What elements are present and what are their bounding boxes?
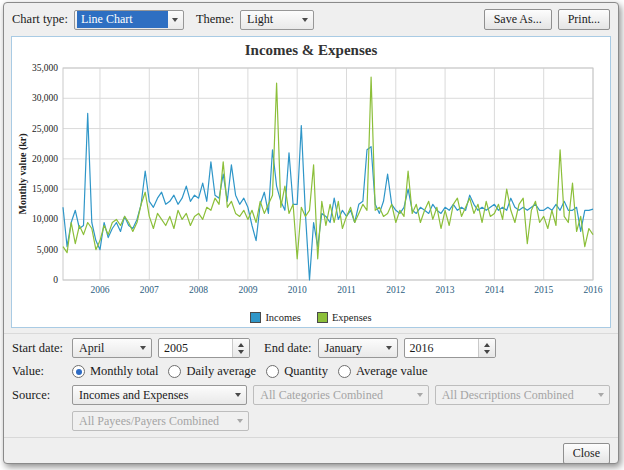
legend-swatch xyxy=(317,312,328,323)
svg-text:2008: 2008 xyxy=(189,285,208,295)
toolbar: Chart type: Line Chart Theme: Light Save… xyxy=(4,3,618,34)
separator xyxy=(4,333,618,334)
print-button[interactable]: Print... xyxy=(558,9,610,30)
end-month-value: January xyxy=(321,340,382,357)
svg-text:2014: 2014 xyxy=(485,285,504,295)
chevron-down-icon xyxy=(237,419,243,423)
descriptions-value: All Descriptions Combined xyxy=(438,387,594,404)
source-combo[interactable]: Incomes and Expenses xyxy=(72,385,247,405)
value-radio-daily-average[interactable]: Daily average xyxy=(168,364,256,379)
start-year-spinbox[interactable]: 2005 xyxy=(158,338,250,358)
start-date-label: Start date: xyxy=(12,341,66,356)
radio-icon xyxy=(338,365,351,378)
svg-text:15,000: 15,000 xyxy=(32,184,58,194)
chart-legend: IncomesExpenses xyxy=(250,312,371,325)
svg-text:35,000: 35,000 xyxy=(32,63,58,73)
chart-dialog: Chart type: Line Chart Theme: Light Save… xyxy=(3,2,619,464)
value-radio-average-value[interactable]: Average value xyxy=(338,364,428,379)
source-value: Incomes and Expenses xyxy=(75,387,231,404)
chevron-down-icon xyxy=(598,393,604,397)
svg-text:5,000: 5,000 xyxy=(37,245,59,255)
spin-down-icon[interactable] xyxy=(238,350,244,354)
chevron-down-icon xyxy=(172,18,178,22)
spin-down-icon[interactable] xyxy=(484,350,490,354)
chevron-down-icon xyxy=(386,346,392,350)
end-year-value: 2016 xyxy=(405,341,478,356)
payees-combo: All Payees/Payers Combined xyxy=(72,411,249,431)
svg-text:2011: 2011 xyxy=(337,285,356,295)
svg-text:2013: 2013 xyxy=(436,285,455,295)
svg-text:2015: 2015 xyxy=(534,285,553,295)
end-year-spinbox[interactable]: 2016 xyxy=(404,338,496,358)
source-row: Source: Incomes and Expenses All Categor… xyxy=(12,385,610,405)
svg-text:2007: 2007 xyxy=(140,285,159,295)
chevron-down-icon xyxy=(302,18,308,22)
svg-text:25,000: 25,000 xyxy=(32,124,58,134)
svg-text:2009: 2009 xyxy=(238,285,257,295)
spin-up-icon[interactable] xyxy=(238,343,244,347)
chart-plot: 05,00010,00015,00020,00025,00030,00035,0… xyxy=(15,60,607,312)
spin-buttons[interactable] xyxy=(478,339,495,357)
theme-combo[interactable]: Light xyxy=(240,10,314,30)
svg-text:30,000: 30,000 xyxy=(32,93,58,103)
value-radio-monthly-total[interactable]: Monthly total xyxy=(72,364,158,379)
source-label: Source: xyxy=(12,388,66,403)
end-month-combo[interactable]: January xyxy=(318,338,398,358)
spin-up-icon[interactable] xyxy=(484,343,490,347)
payees-row: All Payees/Payers Combined xyxy=(12,411,610,431)
svg-text:Monthly value (kr): Monthly value (kr) xyxy=(17,133,29,214)
legend-item-expenses: Expenses xyxy=(317,312,372,323)
chart-type-combo[interactable]: Line Chart xyxy=(74,10,184,30)
close-bar: Close xyxy=(4,437,618,464)
date-range-row: Start date: April 2005 End date: January… xyxy=(12,338,610,358)
theme-value: Light xyxy=(243,11,298,28)
value-label: Value: xyxy=(12,364,66,379)
descriptions-combo: All Descriptions Combined xyxy=(435,385,610,405)
categories-combo: All Categories Combined xyxy=(253,385,428,405)
start-year-value: 2005 xyxy=(159,341,232,356)
svg-text:2016: 2016 xyxy=(584,285,603,295)
svg-text:2006: 2006 xyxy=(90,285,109,295)
radio-icon xyxy=(168,365,181,378)
value-row: Value: Monthly totalDaily averageQuantit… xyxy=(12,364,610,379)
close-button[interactable]: Close xyxy=(563,443,610,464)
radio-label: Quantity xyxy=(284,364,328,379)
radio-label: Monthly total xyxy=(90,364,158,379)
theme-label: Theme: xyxy=(196,12,234,27)
radio-icon xyxy=(266,365,279,378)
payees-value: All Payees/Payers Combined xyxy=(75,413,233,430)
save-as-button[interactable]: Save As... xyxy=(484,9,552,30)
svg-text:20,000: 20,000 xyxy=(32,154,58,164)
radio-icon xyxy=(72,365,85,378)
chart-title: Incomes & Expenses xyxy=(245,39,378,60)
chevron-down-icon xyxy=(417,393,423,397)
legend-item-incomes: Incomes xyxy=(250,312,301,323)
end-date-label: End date: xyxy=(264,341,312,356)
start-month-combo[interactable]: April xyxy=(72,338,152,358)
svg-text:2010: 2010 xyxy=(288,285,307,295)
svg-text:2012: 2012 xyxy=(386,285,405,295)
legend-label: Incomes xyxy=(265,312,301,323)
start-month-value: April xyxy=(75,340,136,357)
chevron-down-icon xyxy=(140,346,146,350)
value-radio-quantity[interactable]: Quantity xyxy=(266,364,328,379)
chart-area: Incomes & Expenses 05,00010,00015,00020,… xyxy=(11,36,611,328)
radio-label: Daily average xyxy=(186,364,256,379)
chart-type-value: Line Chart xyxy=(77,11,168,28)
spin-buttons[interactable] xyxy=(232,339,249,357)
legend-label: Expenses xyxy=(332,312,372,323)
svg-text:10,000: 10,000 xyxy=(32,214,58,224)
chevron-down-icon xyxy=(235,393,241,397)
svg-text:0: 0 xyxy=(53,275,58,285)
radio-label: Average value xyxy=(356,364,428,379)
categories-value: All Categories Combined xyxy=(256,387,412,404)
legend-swatch xyxy=(250,312,261,323)
chart-type-label: Chart type: xyxy=(12,12,68,27)
value-radio-group: Monthly totalDaily averageQuantityAverag… xyxy=(72,364,438,379)
